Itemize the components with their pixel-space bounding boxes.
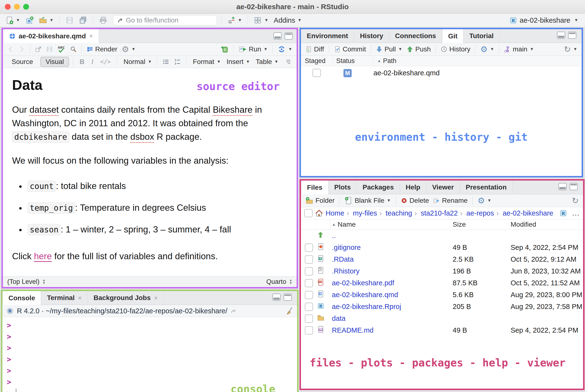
workspace-tab[interactable]: Files <box>301 180 328 194</box>
breadcrumb-link[interactable]: ae-02-bikeshare <box>503 209 553 217</box>
maximize-pane-icon[interactable] <box>284 294 292 301</box>
outline-scope[interactable]: (Top Level) <box>7 278 40 286</box>
spellcheck-button[interactable]: ABC <box>56 44 67 54</box>
insert-chunk-button[interactable]: C <box>219 44 230 54</box>
pull-button[interactable]: Pull▼ <box>374 44 404 54</box>
staged-column-header[interactable]: Staged <box>301 56 332 66</box>
minimize-pane-icon[interactable] <box>272 294 281 301</box>
blank-file-button[interactable]: Blank File▼ <box>343 196 392 206</box>
workspace-tab[interactable]: Git <box>442 29 463 43</box>
workspace-tab[interactable]: Packages <box>357 180 400 194</box>
breadcrumb-link[interactable]: sta210-fa22 <box>421 209 465 217</box>
bold-button[interactable]: B <box>77 58 87 66</box>
files-refresh-button[interactable]: ↻ <box>570 195 580 206</box>
commit-button[interactable]: Commit <box>333 44 367 54</box>
git-file-row[interactable]: M ae-02-bikeshare.qmd <box>301 66 581 80</box>
scope-spinner-icon[interactable] <box>43 279 46 284</box>
save-source-button[interactable] <box>45 45 54 54</box>
project-switcher[interactable]: R ae-02-bikeshare ▼ <box>509 16 578 24</box>
file-row[interactable]: ae-02-bikeshare.qmd 5.6 KB Aug 29, 2023,… <box>301 289 583 301</box>
file-checkbox[interactable] <box>305 267 313 276</box>
console-tab[interactable]: Console <box>3 291 41 305</box>
new-project-button[interactable]: R <box>24 15 35 25</box>
workspace-tab[interactable]: Tutorial <box>463 29 500 43</box>
minimize-pane-icon[interactable] <box>557 32 565 39</box>
breadcrumb-link[interactable]: teaching <box>386 209 419 217</box>
find-replace-button[interactable] <box>68 45 78 54</box>
rename-file-button[interactable]: Rename <box>432 196 469 206</box>
console-tab[interactable]: Terminal × <box>41 291 88 304</box>
push-button[interactable]: Push <box>405 44 432 54</box>
file-row[interactable]: R .RData 2.5 KB Oct 5, 2022, 9:12 AM <box>301 254 583 265</box>
files-more-button[interactable]: ⚙▼ <box>476 195 493 206</box>
print-button[interactable] <box>98 15 109 25</box>
workspace-tab[interactable]: Viewer <box>426 180 460 194</box>
modified-column-header[interactable]: Modified <box>509 220 583 230</box>
select-all-checkbox[interactable] <box>304 209 313 217</box>
file-row[interactable]: .. <box>301 230 583 242</box>
close-icon[interactable]: × <box>78 294 82 302</box>
bullet-list-button[interactable] <box>161 58 171 66</box>
addins-menu[interactable]: Addins▼ <box>272 16 303 25</box>
file-row[interactable]: PDF ae-02-bikeshare.pdf 87.5 KB Oct 5, 2… <box>301 277 583 289</box>
visual-mode-button[interactable]: Visual <box>40 57 69 67</box>
workspace-tab[interactable]: Presentation <box>460 180 513 194</box>
open-in-new-window-button[interactable] <box>34 45 43 54</box>
file-name-link[interactable]: data <box>332 314 345 322</box>
breadcrumb-link[interactable]: my-files <box>353 209 384 217</box>
diff-button[interactable]: Diff <box>304 44 326 54</box>
file-row[interactable]: MD README.md 49 B Sep 4, 2022, 2:54 PM <box>301 324 583 336</box>
source-menu-button[interactable]: ▼ <box>276 44 294 54</box>
render-options-button[interactable]: ⚙▼ <box>120 44 137 55</box>
close-icon[interactable]: × <box>89 32 93 40</box>
workspace-panes-button[interactable]: ▼ <box>252 15 270 25</box>
file-checkbox[interactable] <box>305 244 313 252</box>
file-row[interactable]: R ae-02-bikeshare.Rproj 205 B Aug 29, 20… <box>301 301 583 312</box>
git-more-button[interactable]: ⚙▼ <box>479 44 495 55</box>
branch-button[interactable]: main▼ <box>503 44 535 54</box>
maximize-pane-icon[interactable] <box>568 32 576 39</box>
file-name-link[interactable]: .. <box>332 232 336 240</box>
workspace-tab[interactable]: History <box>354 29 389 43</box>
numbered-list-button[interactable]: 12 <box>173 58 182 66</box>
minimize-pane-icon[interactable] <box>273 32 282 40</box>
format-menu[interactable]: Format▼ <box>190 57 222 66</box>
file-checkbox[interactable] <box>305 256 313 264</box>
home-icon[interactable] <box>315 209 323 217</box>
file-checkbox[interactable] <box>305 279 313 287</box>
delete-file-button[interactable]: Delete <box>399 196 430 206</box>
workspace-tab[interactable]: Help <box>400 180 426 194</box>
maximize-pane-icon[interactable] <box>285 32 293 40</box>
file-checkbox[interactable] <box>305 303 313 311</box>
table-menu[interactable]: Table▼ <box>253 57 280 66</box>
workspace-tab[interactable]: Environment <box>301 29 354 43</box>
file-name-link[interactable]: README.md <box>332 326 373 334</box>
workspace-tab[interactable]: Plots <box>328 180 357 194</box>
file-name-link[interactable]: ae-02-bikeshare.qmd <box>332 291 398 298</box>
file-name-link[interactable]: .RData <box>332 256 354 263</box>
breadcrumb-more-button[interactable]: ... <box>572 209 580 217</box>
visual-editor-content[interactable]: source editor Data Our dataset contains … <box>3 68 297 276</box>
file-name-link[interactable]: ae-02-bikeshare.pdf <box>332 279 394 287</box>
goto-file-input[interactable]: Go to file/function <box>113 15 217 25</box>
breadcrumb-link[interactable]: Home <box>326 209 351 217</box>
back-button[interactable] <box>6 45 16 54</box>
size-column-header[interactable]: Size <box>451 220 509 230</box>
run-button[interactable]: Run ▼ <box>237 44 269 54</box>
new-folder-button[interactable]: Folder <box>304 196 336 206</box>
file-row[interactable]: .Rhistory 196 B Jun 8, 2023, 10:32 AM <box>301 265 583 277</box>
close-icon[interactable]: × <box>154 294 158 302</box>
console-tab[interactable]: Background Jobs × <box>88 291 164 304</box>
code-format-button[interactable]: </> <box>98 58 113 65</box>
git-history-button[interactable]: History <box>439 44 472 54</box>
show-directory-icon[interactable] <box>230 308 237 314</box>
open-file-button[interactable]: ▼ <box>38 15 55 25</box>
save-all-button[interactable] <box>78 15 89 25</box>
minimize-pane-icon[interactable] <box>558 183 567 190</box>
breadcrumb-link[interactable]: ae-repos <box>466 209 501 217</box>
doc-type-label[interactable]: Quarto <box>266 278 286 286</box>
save-button[interactable] <box>64 15 75 25</box>
file-name-link[interactable]: ae-02-bikeshare.Rproj <box>332 303 401 310</box>
outline-toggle-button[interactable] <box>284 58 293 66</box>
staged-checkbox[interactable] <box>313 69 321 77</box>
